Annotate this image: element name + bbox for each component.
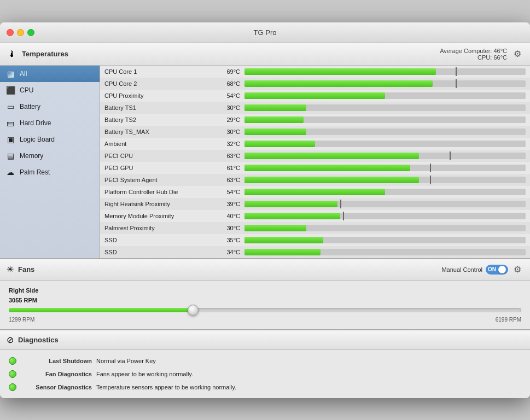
diag-value: Normal via Power Key	[96, 358, 156, 364]
diagnostics-body: Last ShutdownNormal via Power KeyFan Dia…	[0, 350, 530, 398]
reading-name: PECI System Agent	[104, 177, 219, 183]
fan-max-rpm: 6199 RPM	[496, 317, 521, 323]
sidebar-icon-memory: ▤	[5, 151, 15, 161]
fan-current-rpm: 3055 RPM	[9, 297, 521, 304]
fan-name: Right Side	[9, 287, 521, 294]
reading-name: Palmrest Proximity	[104, 225, 219, 231]
table-row: CPU Proximity54°C	[100, 90, 530, 102]
reading-value: 40°C	[219, 213, 240, 219]
table-row: PECI GPU61°C	[100, 162, 530, 174]
list-item: Fan DiagnosticsFans appear to be working…	[0, 368, 530, 381]
reading-value: 63°C	[219, 177, 240, 183]
table-row: CPU Core 268°C	[100, 78, 530, 90]
titlebar: TG Pro	[0, 22, 530, 43]
reading-bar-fill	[244, 189, 385, 195]
reading-bar-fill	[244, 165, 410, 171]
reading-bar-marker	[340, 200, 341, 208]
manual-control-label: Manual Control	[441, 266, 482, 273]
toggle-on-label: ON	[488, 266, 496, 272]
reading-bar-container	[244, 141, 526, 147]
reading-value: 54°C	[219, 189, 240, 195]
close-button[interactable]	[7, 29, 14, 36]
fans-section: ✳ Fans Manual Control ON ⚙ Right Side305…	[0, 258, 530, 329]
reading-name: CPU Core 1	[104, 68, 219, 75]
sidebar-icon-logic-board: ▣	[5, 135, 15, 144]
sidebar-item-battery[interactable]: ▭Battery	[0, 98, 100, 115]
reading-name: CPU Proximity	[104, 92, 219, 99]
reading-bar-fill	[244, 116, 304, 123]
sidebar-item-palm-rest[interactable]: ☁Palm Rest	[0, 164, 100, 180]
reading-bar-container	[244, 153, 526, 159]
sidebar-label-battery: Battery	[20, 103, 40, 110]
table-row: Battery TS130°C	[100, 102, 530, 114]
reading-value: 61°C	[219, 165, 240, 171]
reading-bar-fill	[244, 153, 419, 159]
sidebar-label-palm-rest: Palm Rest	[20, 168, 50, 176]
reading-name: SSD	[104, 249, 219, 255]
temperatures-title: Temperatures	[22, 50, 440, 58]
table-row: Platform Controller Hub Die54°C	[100, 186, 530, 198]
reading-value: 54°C	[219, 92, 240, 99]
thermometer-icon: 🌡	[7, 49, 18, 60]
reading-bar-container	[244, 80, 526, 87]
sidebar-icon-all: ▦	[5, 69, 15, 79]
reading-bar-fill	[244, 80, 433, 87]
table-row: Battery TS229°C	[100, 114, 530, 126]
reading-value: 34°C	[219, 249, 240, 255]
reading-bar-fill	[244, 213, 340, 219]
diagnostics-title: Diagnostics	[18, 336, 59, 344]
sidebar-item-memory[interactable]: ▤Memory	[0, 148, 100, 164]
reading-bar-marker	[456, 67, 457, 76]
maximize-button[interactable]	[27, 29, 34, 36]
temperatures-gear-button[interactable]: ⚙	[511, 48, 523, 60]
reading-bar-container	[244, 68, 526, 75]
sidebar-item-logic-board[interactable]: ▣Logic Board	[0, 131, 100, 148]
avg-computer-value: 46°C	[493, 48, 507, 54]
reading-name: CPU Core 2	[104, 80, 219, 87]
sidebar-icon-battery: ▭	[5, 102, 15, 112]
reading-bar-fill	[244, 225, 306, 231]
sidebar-label-all: All	[20, 70, 27, 78]
reading-value: 29°C	[219, 116, 240, 123]
sidebar-icon-palm-rest: ☁	[5, 167, 15, 177]
cpu-label: CPU:	[477, 54, 492, 61]
reading-name: Battery TS2	[104, 116, 219, 123]
diag-value: Fans appear to be working normally.	[96, 371, 193, 377]
table-row: SSD34°C	[100, 246, 530, 258]
fan-icon: ✳	[7, 264, 14, 275]
diag-label: Last Shutdown	[21, 358, 92, 364]
sidebar-item-all[interactable]: ▦All	[0, 66, 100, 82]
reading-bar-fill	[244, 201, 337, 207]
sidebar-item-hard-drive[interactable]: 🖴Hard Drive	[0, 115, 100, 131]
reading-bar-container	[244, 225, 526, 231]
manual-control-toggle[interactable]: ON	[486, 265, 508, 275]
reading-name: Platform Controller Hub Die	[104, 189, 219, 195]
fan-slider-fill	[9, 308, 193, 312]
reading-bar-marker	[456, 79, 457, 88]
reading-value: 69°C	[219, 68, 240, 75]
temperatures-sidebar: ▦All⬛CPU▭Battery🖴Hard Drive▣Logic Board▤…	[0, 66, 100, 258]
reading-name: Ambient	[104, 141, 219, 147]
reading-bar-container	[244, 177, 526, 183]
temperatures-header: 🌡 Temperatures Average Computer: 46°C CP…	[0, 43, 530, 66]
temperatures-section: 🌡 Temperatures Average Computer: 46°C CP…	[0, 43, 530, 258]
fans-gear-button[interactable]: ⚙	[511, 264, 523, 276]
reading-value: 30°C	[219, 129, 240, 135]
sidebar-item-cpu[interactable]: ⬛CPU	[0, 82, 100, 98]
reading-bar-container	[244, 189, 526, 195]
minimize-button[interactable]	[17, 29, 24, 36]
reading-bar-fill	[244, 141, 315, 147]
reading-bar-fill	[244, 129, 306, 135]
fan-slider-thumb[interactable]	[188, 305, 199, 316]
sidebar-label-logic-board: Logic Board	[20, 136, 55, 143]
status-badge	[9, 383, 16, 391]
table-row: Palmrest Proximity30°C	[100, 222, 530, 234]
reading-bar-marker	[450, 151, 451, 160]
reading-bar-fill	[244, 177, 419, 183]
status-badge	[9, 357, 16, 365]
reading-value: 68°C	[219, 80, 240, 87]
table-row: Ambient32°C	[100, 138, 530, 150]
reading-bar-fill	[244, 249, 321, 255]
avg-computer-info: Average Computer: 46°C CPU: 66°C	[440, 48, 507, 61]
reading-value: 30°C	[219, 225, 240, 231]
